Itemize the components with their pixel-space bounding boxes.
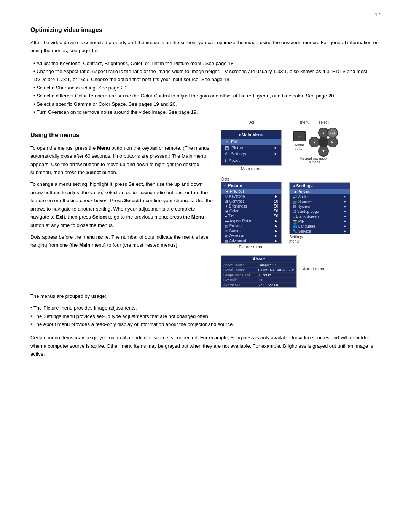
left-column: Using the menus To open the menus, press… bbox=[30, 120, 213, 288]
menus-para3: Dots appear before the menu name. The nu… bbox=[30, 233, 213, 249]
picture-menu-contrast: ◑ Contrast50 bbox=[221, 199, 281, 204]
using-menus-section: Using the menus To open the menus, press… bbox=[30, 120, 381, 288]
picture-menu-screenshot: •• Picture ◄ Previous ▽ Keystone► ◑ Cont… bbox=[221, 182, 282, 244]
picture-menu-tint: ● Tint50 bbox=[221, 214, 281, 219]
about-label-swver: SW Version bbox=[223, 283, 258, 287]
about-val-lamp: 36 hours bbox=[258, 273, 271, 277]
keypad-nav-label: Keypad navigationbuttons bbox=[300, 157, 328, 164]
grayed-out-paragraph: Certain menu items may be grayed out unt… bbox=[30, 334, 381, 358]
usage-bullet-3: • The About menu provides a read-only di… bbox=[30, 320, 381, 328]
keypad-area: menu select ≡ Menubutton ▲ SEL ◄ bbox=[293, 120, 336, 164]
main-menu-caption: Main menu bbox=[221, 166, 282, 171]
about-row-lamp: LampHours Used 36 hours bbox=[221, 272, 296, 277]
picture-menu-group: Dots •• Picture ◄ Previous ▽ Keystone► ◑… bbox=[221, 177, 282, 249]
using-menus-heading: Using the menus bbox=[30, 132, 213, 139]
picture-settings-row: Dots •• Picture ◄ Previous ▽ Keystone► ◑… bbox=[221, 177, 381, 249]
menus-para2: To change a menu setting, highlight it, … bbox=[30, 180, 213, 229]
picture-menu-presets: ▤ Presets► bbox=[221, 224, 281, 228]
main-menu-item-exit: ◄ Exit bbox=[221, 139, 281, 145]
about-menu-container: About Active Source Computer 2 Signal Fo… bbox=[221, 255, 297, 288]
bullet-1: • Adjust the Keystone, Contrast, Brightn… bbox=[30, 59, 381, 67]
menus-para1: To open the menus, press the Menu button… bbox=[30, 144, 213, 177]
about-row-swbuild: SW Build :110 bbox=[221, 277, 296, 282]
select-label: select bbox=[319, 120, 328, 125]
about-val-signal: 1280x1024 SXGA 75Hz bbox=[258, 268, 294, 272]
settings-menu-startup: ☐ Startup Logo► bbox=[290, 209, 350, 214]
dots-label: Dots bbox=[221, 177, 282, 181]
main-menu-title: • Main Menu bbox=[221, 132, 281, 139]
about-row-signal: Signal Format 1280x1024 SXGA 75Hz bbox=[221, 267, 296, 272]
picture-menu-title: •• Picture bbox=[221, 182, 281, 189]
about-label-lamp: LampHours Used bbox=[223, 273, 258, 277]
main-menu-screenshot: • Main Menu ◄ Exit 🖼Picture► ⚙Settings► … bbox=[221, 130, 282, 166]
usage-section: The menus are grouped by usage: • The Pi… bbox=[30, 292, 381, 329]
page-number: 17 bbox=[374, 11, 381, 18]
about-val-source: Computer 2 bbox=[258, 263, 276, 267]
about-menu-screenshot: About Active Source Computer 2 Signal Fo… bbox=[221, 255, 297, 288]
settings-menu-blank: □ Blank Screen► bbox=[290, 214, 350, 219]
menu-button[interactable]: ≡ bbox=[293, 131, 306, 141]
usage-bullet-2: • The Settings menu provides set-up type… bbox=[30, 312, 381, 320]
settings-menu-service: 🔧 Service► bbox=[290, 229, 350, 234]
settings-menu-system: 🖥 System► bbox=[290, 204, 350, 209]
bullet-4: • Select a different Color Temperature o… bbox=[30, 92, 381, 100]
about-menu-caption: About menu bbox=[303, 255, 325, 271]
about-label-swbuild: SW Build bbox=[223, 278, 258, 282]
usage-bullet-1: • The Picture menu provides image adjust… bbox=[30, 304, 381, 312]
picture-menu-keystone: ▽ Keystone► bbox=[221, 194, 281, 199]
usage-intro: The menus are grouped by usage: bbox=[30, 292, 381, 300]
settings-menu-pip: 📷 PIP► bbox=[290, 219, 350, 224]
picture-menu-previous: ◄ Previous bbox=[221, 189, 281, 194]
picture-menu-aspect: ▬ Aspect Ratio► bbox=[221, 219, 281, 224]
intro-paragraph: After the video device is connected prop… bbox=[30, 39, 381, 55]
bullet-5: • Select a specific Gamma or Color Space… bbox=[30, 100, 381, 108]
right-column: Dot ↓ • Main Menu ◄ Exit 🖼Picture► ⚙Sett… bbox=[221, 120, 381, 288]
about-row-source: Active Source Computer 2 bbox=[221, 262, 296, 267]
picture-menu-overscan: ⊞ Overscan► bbox=[221, 233, 281, 238]
settings-menu-group: •• Settings ◄ Previous 🔊 Audio► 📺 Source… bbox=[289, 177, 350, 243]
about-menu-title: About bbox=[221, 256, 296, 262]
picture-menu-advanced: ▦ Advanced► bbox=[221, 238, 281, 243]
main-menu-item-picture: 🖼Picture► bbox=[221, 145, 281, 151]
dot-label: Dot bbox=[221, 120, 282, 125]
about-row-swver: SW Version :762-0232-00 bbox=[221, 282, 296, 287]
section-title: Optimizing video images bbox=[30, 27, 381, 34]
settings-menu-language: 🌐 Language► bbox=[290, 224, 350, 229]
settings-menu-label: Settingsmenu bbox=[289, 235, 350, 243]
main-menu-group: Dot ↓ • Main Menu ◄ Exit 🖼Picture► ⚙Sett… bbox=[221, 120, 282, 171]
main-menu-item-about: ℹAbout bbox=[221, 157, 281, 164]
about-val-swbuild: :110 bbox=[258, 278, 264, 282]
settings-menu-audio: 🔊 Audio► bbox=[290, 194, 350, 199]
settings-menu-screenshot: •• Settings ◄ Previous 🔊 Audio► 📺 Source… bbox=[289, 182, 350, 234]
settings-menu-sources: 📺 Sources► bbox=[290, 199, 350, 204]
about-val-swver: :762-0232-00 bbox=[258, 283, 278, 287]
settings-menu-title: •• Settings bbox=[290, 183, 350, 189]
about-label-signal: Signal Format bbox=[223, 268, 258, 272]
bullet-list: • Adjust the Keystone, Contrast, Brightn… bbox=[30, 59, 381, 117]
about-label-source: Active Source bbox=[223, 263, 258, 267]
picture-menu-caption: Picture menu bbox=[221, 244, 282, 249]
bullet-3: • Select a Sharpness setting. See page 2… bbox=[30, 84, 381, 92]
picture-menu-gamma: ≋ Gamma► bbox=[221, 228, 281, 233]
usage-bullets: • The Picture menu provides image adjust… bbox=[30, 304, 381, 328]
main-menu-item-settings: ⚙Settings► bbox=[221, 151, 281, 157]
picture-menu-brightness: ✦ Brightness50 bbox=[221, 204, 281, 209]
menu-button-label: Menubutton bbox=[295, 143, 304, 150]
settings-menu-previous: ◄ Previous bbox=[290, 189, 350, 194]
about-menu-group: About Active Source Computer 2 Signal Fo… bbox=[221, 255, 381, 288]
bullet-2: • Change the Aspect ratio. Aspect ratio … bbox=[30, 67, 381, 84]
bullet-6: • Turn Overscan on to remove noise aroun… bbox=[30, 108, 381, 116]
menu-label: menu bbox=[300, 120, 309, 125]
picture-menu-color: ◉ Color50 bbox=[221, 209, 281, 214]
